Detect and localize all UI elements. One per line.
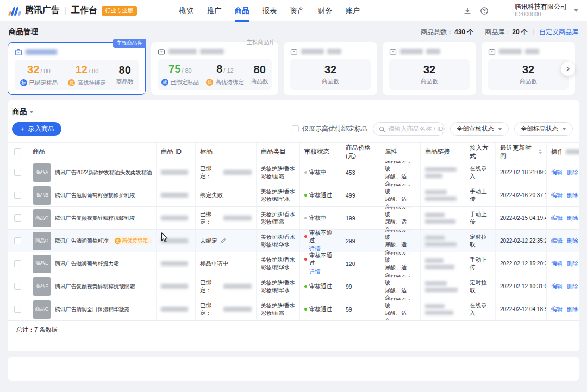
sort-icon[interactable]	[539, 149, 542, 154]
access-method: 在线录入	[465, 298, 496, 320]
edit-link[interactable]: 编辑	[551, 306, 563, 313]
audit-status: 审核通过	[309, 306, 332, 313]
binding-status: 已绑定：	[200, 302, 221, 317]
library-count-label: 商品库：	[485, 28, 511, 37]
attributes: 原料成分：玻 尿酸、适合...	[380, 184, 421, 206]
primary-library-tag: 主投商品库	[113, 39, 147, 48]
row-checkbox[interactable]	[14, 306, 21, 313]
audit-status: 审核不通过	[309, 230, 336, 244]
library-card-3[interactable]: 32 商品数	[284, 42, 377, 95]
product-link-redacted	[425, 167, 457, 178]
account-name: 腾讯科技有限公司	[515, 3, 567, 11]
status-detail-link[interactable]: 详情	[309, 268, 321, 275]
delete-link[interactable]: 删除	[567, 237, 578, 245]
add-product-button[interactable]: ＋ 录入商品	[12, 122, 61, 136]
row-checkbox[interactable]	[14, 283, 21, 290]
table-row: 商品F腾讯广告复颜视黄醇精粹抗皱眼霜 已绑定： 美妆护肤/香水 彩妆/精华水 审…	[8, 275, 579, 298]
library-card-1[interactable]: 主投商品库 32/ 80 标已绑定标品 12/ 80 优高优待绑定 80 商品数	[8, 42, 146, 95]
brand-name: 腾讯广告	[25, 5, 60, 16]
library-icon	[389, 48, 397, 55]
product-thumbnail: 商品C	[33, 209, 51, 227]
sku-status-filter[interactable]: 全部标品状态	[514, 122, 573, 136]
footer-panel	[8, 357, 579, 381]
sku-name-redacted	[223, 307, 252, 312]
nav-product[interactable]: 商品	[235, 0, 249, 22]
nav-finance[interactable]: 财务	[318, 0, 333, 22]
edit-link[interactable]: 编辑	[551, 192, 563, 199]
row-checkbox[interactable]	[14, 260, 21, 267]
category: 美妆护肤/香水 彩妆/精华水	[257, 230, 300, 252]
updated-time: 2022-02-18 21:09:3	[496, 161, 547, 184]
edit-link[interactable]: 编辑	[551, 237, 563, 245]
binding-status: 已绑定：	[200, 211, 221, 226]
search-input[interactable]: 请输入商品名称 / ID	[373, 122, 445, 136]
edit-link[interactable]: 编辑	[551, 169, 563, 176]
delete-link[interactable]: 删除	[567, 214, 578, 222]
product-total-label: 商品总数：	[421, 28, 453, 37]
product-total-value: 430 个	[454, 28, 473, 37]
edit-link[interactable]: 编辑	[551, 260, 563, 268]
library-icon	[290, 48, 298, 55]
col-attrs: 属性	[380, 143, 421, 161]
row-checkbox[interactable]	[14, 237, 21, 244]
row-checkbox[interactable]	[14, 192, 21, 199]
scope-selector[interactable]: 商品	[8, 107, 579, 117]
count-stat: 32 商品数	[322, 64, 339, 85]
edit-link[interactable]: 编辑	[551, 214, 563, 222]
download-icon[interactable]	[463, 6, 472, 16]
library-card-2[interactable]: 主投商品库 75/ 80 标已绑定标品 8/ 12 优高优待绑定 80 商品数	[151, 42, 278, 95]
pending-stat: 12/ 80 优高优待绑定	[68, 64, 106, 87]
price: 59	[341, 298, 380, 320]
col-category: 商品类目	[257, 143, 300, 161]
nav-overview[interactable]: 概览	[179, 0, 194, 22]
attributes: 原料成分：玻 尿酸、适合...	[380, 207, 421, 229]
product-thumbnail: 商品G	[33, 300, 51, 319]
product-table: 商品 商品 ID 标品 商品类目 审核状态 商品价格 (元) 属性 商品链接 接…	[8, 142, 579, 346]
nav-promotion[interactable]: 推广	[207, 0, 222, 22]
status-detail-link[interactable]: 详情	[309, 245, 321, 252]
help-icon[interactable]	[479, 6, 489, 16]
row-checkbox[interactable]	[14, 169, 21, 176]
carousel-next-button[interactable]	[561, 62, 575, 76]
delete-link[interactable]: 删除	[567, 306, 578, 313]
access-method: 定时拉取	[465, 230, 496, 252]
pending-only-checkbox[interactable]	[292, 125, 299, 132]
redacted-text	[566, 149, 579, 154]
table-header-row: 商品 商品 ID 标品 商品类目 审核状态 商品价格 (元) 属性 商品链接 接…	[8, 143, 579, 161]
category: 美妆护肤/香水 彩妆/精华水	[257, 184, 300, 206]
status-dot	[304, 308, 307, 311]
product-link-redacted	[425, 304, 453, 315]
product-link-redacted	[425, 281, 458, 292]
library-count-value: 20 个	[512, 28, 528, 37]
edit-binding-icon[interactable]	[220, 238, 226, 244]
main-nav: 概览 推广 商品 报表 资产 财务 账户	[179, 0, 360, 22]
product-link-redacted	[425, 190, 457, 201]
audit-status-filter[interactable]: 全部审核状态	[450, 122, 509, 136]
pending-only-filter[interactable]: 仅展示高优待绑定标品	[292, 124, 367, 134]
delete-link[interactable]: 删除	[567, 192, 578, 199]
account-info[interactable]: 腾讯科技有限公司 ID:000000	[515, 3, 567, 18]
nav-asset[interactable]: 资产	[290, 0, 305, 22]
row-checkbox[interactable]	[14, 214, 21, 222]
price: 120	[341, 252, 380, 275]
account-caret-icon[interactable]	[574, 9, 578, 12]
category: 美妆护肤/香水 彩妆/面霜	[257, 207, 300, 229]
table-row: 商品C腾讯广告复颜视黄醇精粹抗皱乳液 已绑定： 美妆护肤/香水 彩妆/面霜 审核…	[8, 207, 579, 230]
category: 美妆护肤/香水 彩妆/精华水	[257, 275, 300, 298]
delete-link[interactable]: 删除	[567, 260, 578, 268]
select-all-checkbox[interactable]	[14, 148, 21, 155]
delete-link[interactable]: 删除	[567, 169, 578, 176]
status-dot	[304, 194, 307, 197]
status-dot	[304, 171, 307, 174]
nav-report[interactable]: 报表	[263, 0, 277, 22]
chevron-down-icon	[562, 128, 566, 130]
nav-account[interactable]: 账户	[346, 0, 360, 22]
library-card-4[interactable]: 32 商品数	[383, 42, 476, 95]
updated-time: 2022-02-12 04:18:5	[496, 298, 547, 320]
custom-library-link[interactable]: 自定义商品库	[539, 28, 578, 37]
delete-link[interactable]: 删除	[567, 283, 578, 290]
audit-status: 审核通过	[309, 283, 332, 290]
category: 美妆护肤/香水 彩妆/面霜	[257, 161, 300, 184]
edit-link[interactable]: 编辑	[551, 283, 563, 290]
price: 299	[341, 230, 380, 252]
